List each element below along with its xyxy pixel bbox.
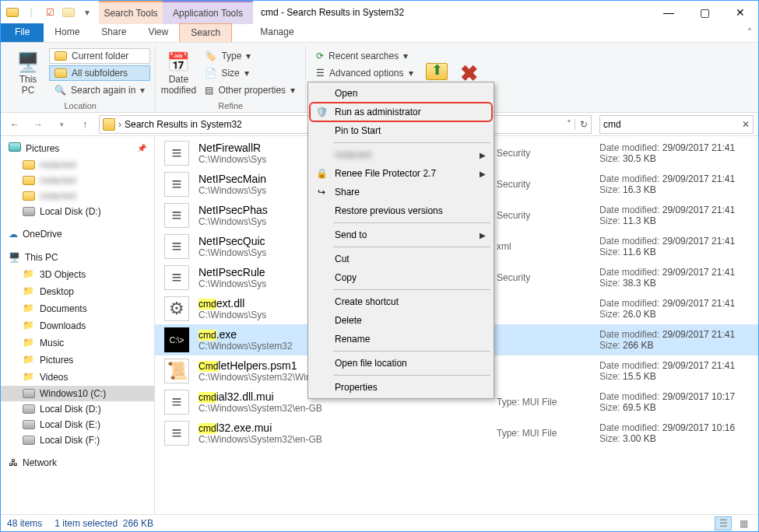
icons-view-toggle[interactable]: ▦ [735, 516, 752, 530]
file-type-icon: ≡ [164, 265, 189, 290]
context-menu-item[interactable]: Copy [310, 268, 492, 287]
tab-file[interactable]: File [1, 23, 44, 42]
sidebar-item[interactable]: Local Disk (F:) [1, 432, 154, 448]
context-menu-label: Delete [335, 315, 362, 326]
up-button[interactable]: ↑ [76, 115, 94, 134]
sidebar-item[interactable]: 📁Desktop [1, 283, 154, 300]
sidebar-item[interactable]: 📁Documents [1, 300, 154, 317]
ribbon-recent-searches-option[interactable]: ⟳Recent searches▾ [311, 48, 418, 64]
context-menu-item[interactable]: Properties [310, 378, 492, 397]
address-dropdown-icon[interactable]: ˅ [567, 119, 571, 130]
context-menu-item[interactable]: Create shortcut [310, 292, 492, 311]
sidebar-heading-thispc[interactable]: 🖥️This PC [1, 249, 154, 266]
list-icon: ☰ [316, 68, 325, 79]
refresh-icon[interactable]: ↻ [575, 119, 588, 130]
tab-search[interactable]: Search [179, 23, 232, 42]
ribbon-this-pc-button[interactable]: 🖥️ This PC [10, 46, 46, 100]
maximize-button[interactable]: ▢ [687, 1, 722, 24]
sidebar-heading-network[interactable]: 🖧Network [1, 454, 154, 471]
chevron-down-icon: ▾ [290, 85, 295, 96]
sidebar-item[interactable]: Local Disk (E:) [1, 417, 154, 432]
context-menu-item[interactable]: 🔒Renee File Protector 2.7▶ [310, 164, 492, 183]
status-selected-count: 1 item selected 266 KB [54, 518, 153, 529]
ribbon-expand-icon[interactable]: ˄ [747, 27, 752, 38]
minimize-button[interactable]: — [651, 1, 687, 24]
size-icon: 📄 [205, 68, 216, 79]
context-menu-separator [333, 351, 490, 352]
tab-home[interactable]: Home [44, 23, 90, 42]
file-type-icon: ≡ [164, 390, 189, 415]
close-button[interactable]: ✕ [722, 1, 758, 24]
context-menu[interactable]: Open🛡️Run as administratorPin to Startre… [307, 82, 494, 399]
file-type-icon: C:\> [164, 327, 189, 352]
search-input-value[interactable]: cmd [603, 119, 621, 130]
file-row[interactable]: ≡cmdl32.exe.muiC:\Windows\System32\en-GB… [155, 418, 758, 449]
folder-icon [23, 191, 35, 201]
ribbon-search-again-in-option[interactable]: 🔍Search again in▾ [49, 82, 150, 98]
details-view-toggle[interactable]: ☰ [715, 516, 732, 530]
sidebar-item-label: Local Disk (D:) [40, 404, 101, 415]
context-menu-separator [333, 289, 490, 290]
ribbon-all-subfolders-option[interactable]: All subfolders [49, 65, 150, 81]
context-menu-item[interactable]: Open file location [310, 354, 492, 373]
context-menu-item[interactable]: Send to▶ [310, 226, 492, 244]
sidebar-heading-onedrive[interactable]: ☁OneDrive [1, 226, 154, 243]
sidebar-item[interactable]: redacted [1, 157, 154, 173]
file-meta: Date modified: 29/09/2017 10:17Size: 69.… [599, 391, 749, 413]
qat-properties-icon[interactable]: ☑ [43, 5, 57, 19]
context-menu-item[interactable]: ↪Share [310, 183, 492, 201]
sidebar-item-label: Desktop [40, 286, 74, 297]
folder-icon [23, 160, 35, 170]
sidebar-item[interactable]: 📁Videos [1, 369, 154, 386]
sidebar-item[interactable]: 📁Downloads [1, 317, 154, 334]
clear-search-icon[interactable]: ✕ [742, 119, 750, 130]
context-menu-item[interactable]: Cut [310, 250, 492, 268]
tab-share[interactable]: Share [90, 23, 137, 42]
ribbon-advanced-options-option[interactable]: ☰Advanced options▾ [311, 65, 418, 81]
ribbon-size-option[interactable]: 📄Size▾ [199, 65, 300, 81]
file-meta: Date modified: 29/09/2017 21:41Size: 15.… [599, 360, 749, 382]
ribbon-date-modified-button[interactable]: 📅 Date modified [160, 46, 196, 100]
address-path-segment[interactable]: Search Results in System32 [125, 119, 242, 130]
qat-new-folder-icon[interactable] [61, 5, 76, 19]
sidebar-item[interactable]: 📁Pictures [1, 352, 154, 369]
search-box[interactable]: cmd ✕ [599, 115, 754, 134]
file-main-info: cmdl32.exe.muiC:\Windows\System32\en-GB [199, 422, 487, 445]
ribbon-type-option[interactable]: 🏷️Type▾ [199, 48, 300, 64]
chevron-down-icon: ▾ [246, 51, 251, 61]
sidebar-item-label: redacted [40, 191, 76, 201]
back-button[interactable]: ← [5, 115, 24, 134]
sidebar-item-label: redacted [40, 175, 76, 186]
context-menu-item[interactable]: Delete [310, 311, 492, 330]
sidebar-item[interactable]: Local Disk (D:) [1, 204, 154, 219]
forward-button[interactable]: → [29, 115, 47, 134]
sidebar-item[interactable]: Local Disk (D:) [1, 401, 154, 417]
sidebar-item[interactable]: redacted [1, 173, 154, 188]
sidebar-heading-pictures_q[interactable]: Pictures📌 [1, 139, 154, 157]
context-menu-item[interactable]: 🛡️Run as administrator [310, 103, 492, 121]
context-menu-item[interactable]: redacted▶ [310, 145, 492, 164]
navigation-pane[interactable]: Pictures📌redactedredactedredactedLocal D… [1, 136, 155, 514]
file-meta: Date modified: 29/09/2017 21:41Size: 11.… [599, 205, 749, 226]
disk-icon [23, 436, 35, 445]
context-header-search-tools: Search Tools [99, 1, 163, 24]
context-menu-item[interactable]: Open [310, 84, 492, 103]
context-menu-item[interactable]: Rename [310, 330, 492, 348]
sidebar-item[interactable]: redacted [1, 188, 154, 204]
recent-dropdown-icon[interactable]: ▾ [52, 115, 71, 134]
ribbon-other-properties-option[interactable]: ▤Other properties▾ [199, 82, 300, 98]
ribbon-current-folder-option[interactable]: Current folder [49, 48, 150, 64]
context-menu-label: Rename [335, 334, 370, 345]
tab-manage[interactable]: Manage [249, 23, 304, 42]
file-type: Security [497, 179, 590, 190]
context-menu-item[interactable]: Restore previous versions [310, 201, 492, 220]
tab-view[interactable]: View [137, 23, 179, 42]
sidebar-item[interactable]: 📁3D Objects [1, 266, 154, 283]
sidebar-item[interactable]: Windows10 (C:) [1, 386, 154, 401]
qat-customize-icon[interactable]: ▾ [80, 5, 94, 19]
context-menu-item[interactable]: Pin to Start [310, 121, 492, 140]
sidebar-item[interactable]: 📁Music [1, 334, 154, 352]
sidebar-item-label: redacted [40, 159, 76, 170]
chevron-right-icon[interactable]: › [118, 119, 121, 130]
file-type: Security [497, 210, 590, 221]
